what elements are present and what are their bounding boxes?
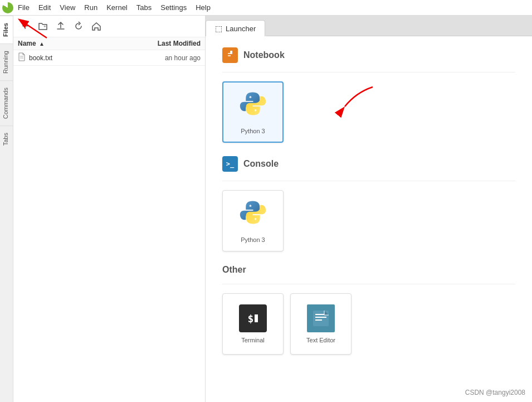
tab-bar-empty — [266, 18, 532, 36]
notebook-icon — [222, 47, 238, 63]
file-name: book.txt — [29, 54, 145, 62]
new-folder-button[interactable]: + — [36, 19, 50, 33]
app-layout: Files Running Commands Tabs + + — [0, 16, 532, 402]
home-button[interactable] — [89, 19, 104, 33]
console-title: Console — [243, 159, 279, 169]
terminal-card[interactable]: $ Terminal — [222, 293, 284, 355]
notebook-divider — [222, 72, 515, 72]
menu-settings[interactable]: Settings — [156, 2, 191, 13]
sidebar-item-running[interactable]: Running — [0, 43, 13, 80]
main-content: ⬚ Launcher Notebook — [206, 16, 532, 402]
console-divider — [222, 181, 515, 181]
file-modified-time: an hour ago — [145, 54, 201, 62]
launcher-panel: Notebook — [206, 36, 532, 402]
python3-notebook-label: Python 3 — [241, 128, 265, 134]
launcher-tab-label: Launcher — [226, 25, 256, 33]
other-divider — [222, 284, 515, 284]
menu-kernel[interactable]: Kernel — [102, 2, 132, 13]
file-type-icon — [18, 52, 26, 63]
sidebar-item-commands[interactable]: Commands — [0, 80, 13, 125]
menu-tabs[interactable]: Tabs — [132, 2, 156, 13]
table-row[interactable]: book.txt an hour ago — [13, 50, 205, 66]
launcher-tab-icon: ⬚ — [215, 24, 222, 33]
svg-point-5 — [250, 205, 252, 207]
other-title: Other — [222, 265, 246, 275]
text-editor-card[interactable]: Text Editor — [290, 293, 352, 355]
other-cards: $ Terminal — [222, 293, 515, 355]
menu-file[interactable]: File — [13, 2, 34, 13]
svg-point-3 — [250, 96, 252, 98]
terminal-card-icon: $ — [239, 304, 267, 332]
tab-bar: ⬚ Launcher — [206, 16, 532, 36]
python3-console-label: Python 3 — [241, 236, 265, 243]
console-cards: Python 3 — [222, 190, 515, 251]
menu-view[interactable]: View — [55, 2, 80, 13]
refresh-button[interactable] — [71, 19, 86, 33]
file-list-header: Name ▲ Last Modified — [13, 37, 205, 50]
other-section-title: Other — [222, 265, 515, 275]
upload-button[interactable] — [53, 19, 68, 33]
text-editor-card-icon — [307, 304, 335, 332]
file-panel: + + — [13, 16, 206, 402]
file-toolbar: + + — [13, 16, 205, 37]
console-icon: >_ — [222, 156, 238, 172]
new-launcher-button[interactable]: + — [18, 19, 32, 33]
modified-column-header[interactable]: Last Modified — [134, 40, 201, 47]
arrow-annotation-card — [311, 76, 378, 120]
terminal-icon-graphic: $ — [239, 304, 267, 332]
name-column-header[interactable]: Name ▲ — [18, 40, 134, 47]
sidebar-item-files[interactable]: Files — [0, 16, 13, 43]
text-editor-label: Text Editor — [306, 337, 335, 343]
watermark: CSDN @tangyi2008 — [465, 389, 525, 396]
notebook-title: Notebook — [243, 50, 285, 60]
sort-indicator: ▲ — [39, 41, 45, 47]
console-section-title: >_ Console — [222, 156, 515, 172]
text-editor-icon-graphic — [307, 304, 335, 332]
svg-point-6 — [255, 218, 257, 220]
launcher-tab[interactable]: ⬚ Launcher — [206, 20, 265, 36]
menubar: File Edit View Run Kernel Tabs Settings … — [0, 0, 532, 16]
menu-run[interactable]: Run — [80, 2, 102, 13]
notebook-cards: Python 3 — [222, 81, 515, 143]
notebook-section-title: Notebook — [222, 47, 515, 63]
sidebar-item-tabs[interactable]: Tabs — [0, 125, 13, 152]
python3-console-icon — [239, 198, 267, 232]
python3-console-card[interactable]: Python 3 — [222, 190, 284, 251]
file-list: book.txt an hour ago — [13, 50, 205, 402]
menu-help[interactable]: Help — [191, 2, 215, 13]
terminal-label: Terminal — [241, 337, 265, 343]
svg-text:+: + — [43, 24, 46, 29]
menu-edit[interactable]: Edit — [34, 2, 55, 13]
python3-notebook-icon — [239, 90, 267, 123]
python3-notebook-card[interactable]: Python 3 — [222, 81, 284, 143]
svg-point-4 — [255, 109, 257, 112]
side-tabs: Files Running Commands Tabs — [0, 16, 13, 402]
app-logo — [2, 2, 13, 13]
